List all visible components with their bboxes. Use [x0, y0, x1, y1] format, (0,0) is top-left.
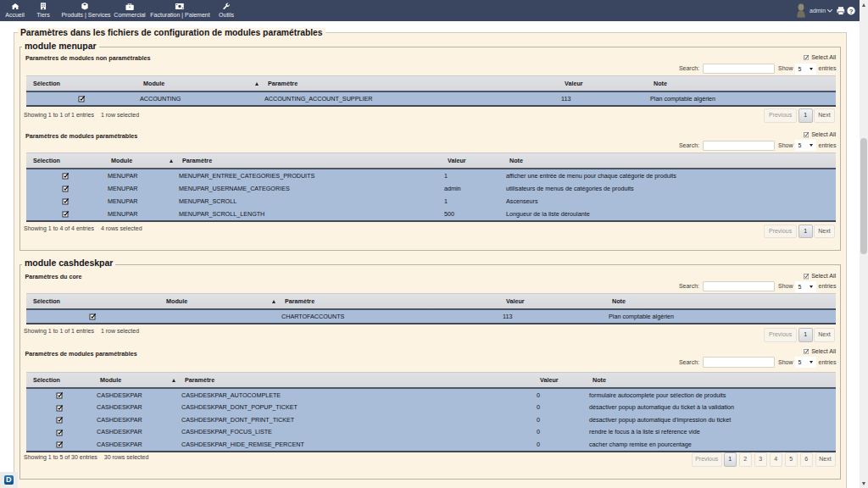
- svg-text:?: ?: [849, 8, 854, 15]
